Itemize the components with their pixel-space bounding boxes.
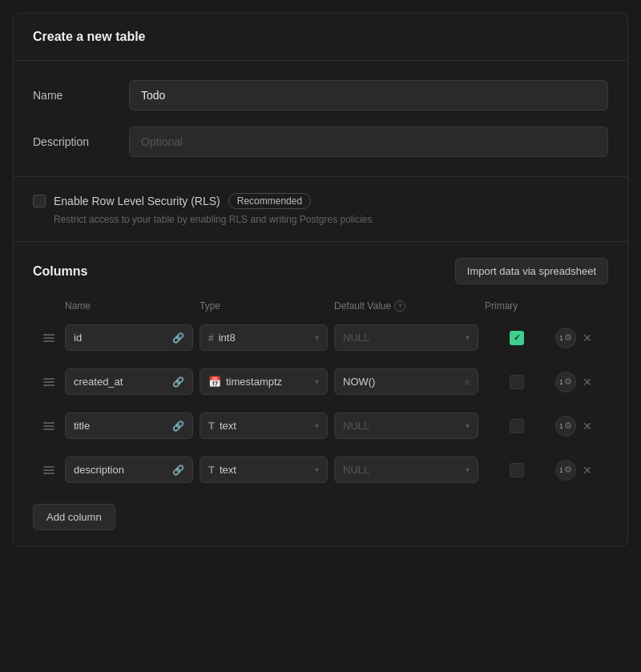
header-actions bbox=[555, 300, 603, 312]
name-row: Name bbox=[33, 80, 608, 111]
link-icon: 🔗 bbox=[172, 421, 184, 432]
table-row: created_at 🔗 📅 timestamptz ▾ NOW() ≡ 1⚙ … bbox=[33, 362, 608, 401]
remove-button-title[interactable]: ✕ bbox=[579, 416, 595, 436]
drag-handle-description[interactable] bbox=[39, 466, 58, 474]
col-primary-created-at bbox=[485, 375, 549, 389]
text-type-icon: T bbox=[208, 464, 215, 476]
columns-section: Columns Import data via spreadsheet Name… bbox=[14, 242, 627, 546]
col-actions-id: 1⚙ ✕ bbox=[555, 328, 603, 348]
col-actions-description: 1⚙ ✕ bbox=[555, 460, 603, 481]
name-input[interactable] bbox=[129, 80, 608, 111]
col-name-created-at[interactable]: created_at 🔗 bbox=[65, 368, 193, 395]
col-primary-description bbox=[485, 463, 549, 477]
chevron-icon: ▾ bbox=[315, 421, 319, 430]
header-type: Type bbox=[200, 300, 328, 312]
table-header-row: Name Type Default Value ? Primary bbox=[33, 297, 608, 315]
link-icon: 🔗 bbox=[172, 465, 184, 476]
primary-checkbox-checked[interactable]: ✓ bbox=[510, 331, 524, 345]
link-icon: 🔗 bbox=[172, 332, 184, 344]
col-type-title[interactable]: T text ▾ bbox=[200, 412, 328, 439]
chevron-icon: ▾ bbox=[315, 465, 319, 474]
description-label: Description bbox=[33, 135, 129, 148]
col-type-created-at[interactable]: 📅 timestamptz ▾ bbox=[200, 368, 328, 395]
chevron-icon: ▾ bbox=[315, 333, 319, 342]
rls-row: Enable Row Level Security (RLS) Recommen… bbox=[33, 193, 608, 209]
table-row: description 🔗 T text ▾ NULL ▾ 1⚙ ✕ bbox=[33, 450, 608, 489]
rls-label: Enable Row Level Security (RLS) bbox=[54, 195, 220, 207]
col-type-id[interactable]: # int8 ▾ bbox=[200, 324, 328, 351]
col-actions-title: 1⚙ ✕ bbox=[555, 416, 603, 437]
description-row: Description bbox=[33, 127, 608, 157]
remove-button-description[interactable]: ✕ bbox=[579, 461, 595, 480]
list-icon: ≡ bbox=[465, 377, 470, 387]
create-table-panel: Create a new table Name Description Enab… bbox=[13, 13, 628, 547]
text-type-icon: T bbox=[208, 420, 215, 432]
type-icon-hash: # bbox=[208, 332, 214, 344]
col-default-created-at[interactable]: NOW() ≡ bbox=[334, 368, 478, 395]
panel-title: Create a new table bbox=[33, 30, 146, 43]
col-primary-id: ✓ bbox=[485, 331, 549, 345]
form-section: Name Description bbox=[14, 61, 627, 177]
header-name: Name bbox=[65, 300, 193, 312]
rls-checkbox[interactable] bbox=[33, 195, 46, 207]
gear-button-created-at[interactable]: 1⚙ bbox=[555, 372, 576, 392]
columns-header: Columns Import data via spreadsheet bbox=[33, 258, 608, 284]
description-input[interactable] bbox=[129, 127, 608, 157]
chevron-icon: ▾ bbox=[466, 465, 470, 474]
import-spreadsheet-button[interactable]: Import data via spreadsheet bbox=[455, 258, 608, 284]
info-icon: ? bbox=[394, 300, 405, 312]
drag-handle-id[interactable] bbox=[39, 334, 58, 342]
calendar-icon: 📅 bbox=[208, 376, 221, 388]
header-primary: Primary bbox=[485, 300, 549, 312]
primary-checkbox-unchecked[interactable] bbox=[510, 463, 524, 477]
add-column-button[interactable]: Add column bbox=[33, 504, 115, 530]
primary-checkbox-unchecked[interactable] bbox=[510, 375, 524, 389]
chevron-icon: ▾ bbox=[466, 333, 470, 342]
col-type-description[interactable]: T text ▾ bbox=[200, 457, 328, 483]
primary-checkbox-unchecked[interactable] bbox=[510, 419, 524, 433]
col-default-id[interactable]: NULL ▾ bbox=[334, 324, 478, 351]
remove-button-id[interactable]: ✕ bbox=[579, 328, 595, 348]
header-default: Default Value ? bbox=[334, 300, 478, 312]
columns-title: Columns bbox=[33, 264, 87, 279]
panel-header: Create a new table bbox=[14, 14, 627, 61]
chevron-icon: ▾ bbox=[466, 421, 470, 430]
col-name-title[interactable]: title 🔗 bbox=[65, 412, 193, 439]
col-primary-title bbox=[485, 419, 549, 433]
gear-button-title[interactable]: 1⚙ bbox=[555, 416, 576, 437]
rls-badge: Recommended bbox=[228, 193, 311, 209]
col-name-id[interactable]: id 🔗 bbox=[65, 324, 193, 351]
drag-handle-created-at[interactable] bbox=[39, 378, 58, 386]
header-drag bbox=[39, 300, 58, 312]
rls-description: Restrict access to your table by enablin… bbox=[54, 214, 608, 225]
gear-button-id[interactable]: 1⚙ bbox=[555, 328, 576, 348]
col-actions-created-at: 1⚙ ✕ bbox=[555, 372, 603, 392]
chevron-icon: ▾ bbox=[315, 377, 319, 386]
col-default-title[interactable]: NULL ▾ bbox=[334, 412, 478, 439]
gear-button-description[interactable]: 1⚙ bbox=[555, 460, 576, 481]
remove-button-created-at[interactable]: ✕ bbox=[579, 372, 595, 392]
link-icon: 🔗 bbox=[172, 376, 184, 388]
name-label: Name bbox=[33, 89, 129, 102]
drag-handle-title[interactable] bbox=[39, 422, 58, 430]
col-default-description[interactable]: NULL ▾ bbox=[334, 457, 478, 483]
table-row: id 🔗 # int8 ▾ NULL ▾ ✓ 1⚙ ✕ bbox=[33, 318, 608, 357]
rls-section: Enable Row Level Security (RLS) Recommen… bbox=[14, 177, 627, 242]
table-row: title 🔗 T text ▾ NULL ▾ 1⚙ ✕ bbox=[33, 406, 608, 445]
col-name-description[interactable]: description 🔗 bbox=[65, 457, 193, 483]
